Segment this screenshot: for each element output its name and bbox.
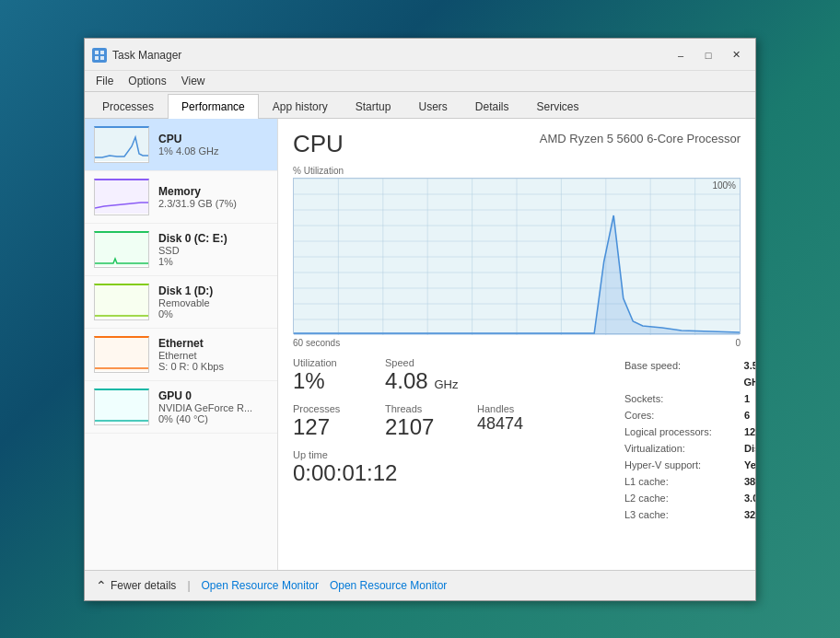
cpu-name: CPU bbox=[158, 133, 268, 145]
threads-label: Threads bbox=[385, 403, 459, 414]
tab-users[interactable]: Users bbox=[404, 94, 461, 119]
sidebar-item-disk0[interactable]: Disk 0 (C: E:) SSD 1% bbox=[85, 224, 277, 276]
disk1-info: Disk 1 (D:) Removable 0% bbox=[158, 284, 268, 319]
disk1-sub: Removable bbox=[158, 297, 268, 308]
gpu0-sub: NVIDIA GeForce R... bbox=[158, 402, 268, 413]
handles-label: Handles bbox=[477, 403, 551, 414]
svg-rect-2 bbox=[95, 56, 99, 60]
open-resource-monitor-text[interactable]: Open Resource Monitor bbox=[330, 579, 447, 592]
panel-title: CPU bbox=[293, 130, 344, 158]
memory-info: Memory 2.3/31.9 GB (7%) bbox=[158, 185, 268, 209]
spec-base-speed: Base speed: 3.50 GHz bbox=[624, 357, 755, 390]
ethernet-name: Ethernet bbox=[158, 337, 268, 350]
stats-row: Utilization 1% Speed 4.08 GHz Processe bbox=[293, 357, 741, 523]
sidebar-item-memory[interactable]: Memory 2.3/31.9 GB (7%) bbox=[85, 171, 277, 224]
chevron-up-icon: ⌃ bbox=[96, 578, 107, 593]
sidebar: CPU 1% 4.08 GHz Memory 2.3/31.9 GB (7%) bbox=[85, 119, 278, 570]
disk1-thumbnail bbox=[94, 284, 149, 320]
disk0-thumbnail bbox=[94, 231, 149, 268]
utilization-value: 1% bbox=[293, 368, 367, 394]
fewer-details-button[interactable]: ⌃ Fewer details bbox=[96, 578, 176, 593]
processor-name: AMD Ryzen 5 5600 6-Core Processor bbox=[540, 130, 741, 146]
svg-rect-1 bbox=[100, 51, 104, 54]
gpu0-thumbnail bbox=[94, 389, 149, 425]
y-max-label: 100% bbox=[712, 180, 736, 191]
tab-services[interactable]: Services bbox=[523, 94, 593, 119]
cpu-specs: Base speed: 3.50 GHz Sockets: 1 Cores: 6… bbox=[624, 357, 755, 523]
cpu-detail-panel: CPU AMD Ryzen 5 5600 6-Core Processor % … bbox=[278, 119, 755, 570]
app-icon bbox=[92, 48, 107, 63]
svg-rect-0 bbox=[95, 51, 99, 54]
processes-value: 127 bbox=[293, 414, 367, 440]
open-resource-monitor-link[interactable]: Open Resource Monitor bbox=[202, 579, 319, 592]
disk0-sub2: 1% bbox=[158, 256, 268, 267]
footer: ⌃ Fewer details | Open Resource Monitor … bbox=[85, 570, 755, 600]
disk1-sub2: 0% bbox=[158, 308, 268, 319]
disk0-name: Disk 0 (C: E:) bbox=[158, 232, 268, 245]
minimize-button[interactable]: – bbox=[669, 46, 693, 64]
memory-sub: 2.3/31.9 GB (7%) bbox=[158, 198, 268, 209]
chart-x-labels: 60 seconds 0 bbox=[293, 338, 741, 348]
speed-value: 4.08 GHz bbox=[385, 368, 459, 394]
spec-cores: Cores: 6 bbox=[624, 407, 755, 423]
memory-name: Memory bbox=[158, 185, 268, 198]
spec-virtualization: Virtualization: Disabled bbox=[624, 440, 755, 457]
processes-label: Processes bbox=[293, 403, 367, 414]
tab-app-history[interactable]: App history bbox=[259, 94, 342, 119]
tab-performance[interactable]: Performance bbox=[168, 94, 259, 119]
utilization-speed-row: Utilization 1% Speed 4.08 GHz bbox=[293, 357, 551, 394]
task-manager-window: Task Manager – □ ✕ File Options View Pro… bbox=[84, 38, 756, 601]
spec-hyper-v: Hyper-V support: Yes bbox=[624, 457, 755, 473]
menu-file[interactable]: File bbox=[88, 73, 121, 89]
threads-value: 2107 bbox=[385, 414, 459, 440]
ethernet-thumbnail bbox=[94, 336, 149, 373]
svg-rect-9 bbox=[95, 390, 148, 423]
processes-block: Processes 127 bbox=[293, 403, 367, 440]
sidebar-item-gpu0[interactable]: GPU 0 NVIDIA GeForce R... 0% (40 °C) bbox=[85, 381, 277, 434]
svg-rect-7 bbox=[95, 285, 148, 319]
svg-rect-8 bbox=[95, 338, 148, 371]
y-axis-label: % Utilization bbox=[293, 166, 741, 176]
sidebar-item-cpu[interactable]: CPU 1% 4.08 GHz bbox=[85, 119, 277, 171]
handles-block: Handles 48474 bbox=[477, 403, 551, 440]
menu-bar: File Options View bbox=[85, 71, 755, 92]
main-content: CPU 1% 4.08 GHz Memory 2.3/31.9 GB (7%) bbox=[85, 119, 755, 570]
window-title: Task Manager bbox=[112, 49, 669, 62]
ethernet-sub: Ethernet bbox=[158, 350, 268, 361]
utilization-label: Utilization bbox=[293, 357, 367, 368]
disk0-sub: SSD bbox=[158, 245, 268, 256]
tab-processes[interactable]: Processes bbox=[88, 94, 168, 119]
cpu-thumbnail bbox=[94, 126, 149, 163]
ethernet-info: Ethernet Ethernet S: 0 R: 0 Kbps bbox=[158, 337, 268, 372]
close-button[interactable]: ✕ bbox=[724, 46, 748, 64]
disk1-name: Disk 1 (D:) bbox=[158, 284, 268, 297]
x-axis-left: 60 seconds bbox=[293, 338, 340, 348]
tab-bar: Processes Performance App history Startu… bbox=[85, 92, 755, 119]
svg-rect-6 bbox=[95, 233, 148, 266]
gpu0-name: GPU 0 bbox=[158, 389, 268, 402]
menu-view[interactable]: View bbox=[174, 73, 213, 89]
svg-rect-3 bbox=[100, 56, 104, 60]
spec-sockets: Sockets: 1 bbox=[624, 390, 755, 407]
threads-block: Threads 2107 bbox=[385, 403, 459, 440]
tab-startup[interactable]: Startup bbox=[342, 94, 405, 119]
gpu0-sub2: 0% (40 °C) bbox=[158, 413, 268, 424]
menu-options[interactable]: Options bbox=[121, 73, 173, 89]
maximize-button[interactable]: □ bbox=[696, 46, 720, 64]
tab-details[interactable]: Details bbox=[461, 94, 523, 119]
sidebar-item-ethernet[interactable]: Ethernet Ethernet S: 0 R: 0 Kbps bbox=[85, 329, 277, 381]
disk0-info: Disk 0 (C: E:) SSD 1% bbox=[158, 232, 268, 267]
utilization-block: Utilization 1% bbox=[293, 357, 367, 394]
processor-subtitle: AMD Ryzen 5 5600 6-Core Processor bbox=[540, 132, 741, 145]
cpu-chart: 100% bbox=[293, 178, 741, 334]
sidebar-item-disk1[interactable]: Disk 1 (D:) Removable 0% bbox=[85, 276, 277, 329]
spec-logical-processors: Logical processors: 12 bbox=[624, 423, 755, 440]
spec-l3: L3 cache: 32.0 MB bbox=[624, 506, 755, 523]
footer-separator: | bbox=[187, 579, 190, 592]
ethernet-sub2: S: 0 R: 0 Kbps bbox=[158, 361, 268, 372]
window-controls: – □ ✕ bbox=[669, 46, 748, 64]
x-axis-right: 0 bbox=[735, 338, 741, 348]
title-bar: Task Manager – □ ✕ bbox=[85, 39, 755, 71]
processes-threads-handles-row: Processes 127 Threads 2107 Handles 48474 bbox=[293, 403, 551, 440]
gpu0-info: GPU 0 NVIDIA GeForce R... 0% (40 °C) bbox=[158, 389, 268, 424]
